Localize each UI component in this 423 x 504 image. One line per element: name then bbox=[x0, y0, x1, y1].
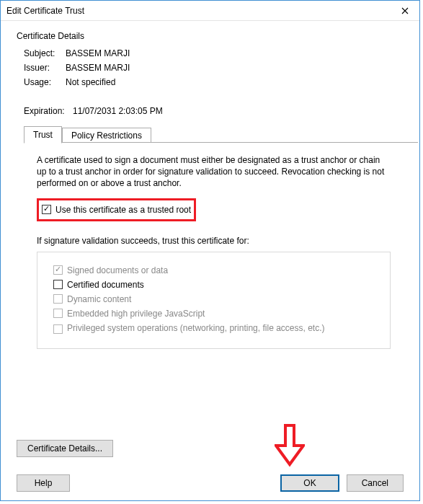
content-area: Certificate Details Subject: BASSEM MARJ… bbox=[1, 21, 419, 407]
certified-docs-row[interactable]: Certified documents bbox=[53, 280, 374, 290]
if-success-label: If signature validation succeeds, trust … bbox=[37, 236, 391, 246]
bottom-area: Certificate Details... Help OK Cancel bbox=[17, 440, 404, 492]
embedded-js-row: Embedded high privilege JavaScript bbox=[53, 309, 374, 319]
trusted-root-row[interactable]: Use this certificate as a trusted root bbox=[42, 205, 191, 215]
priv-ops-label: Privileged system operations (networking… bbox=[67, 323, 325, 335]
expiration-value: 11/07/2031 2:03:05 PM bbox=[73, 106, 163, 116]
dynamic-content-row: Dynamic content bbox=[53, 294, 374, 304]
embedded-js-checkbox bbox=[53, 309, 63, 318]
window-title: Edit Certificate Trust bbox=[6, 6, 84, 16]
expiration-row: Expiration: 11/07/2031 2:03:05 PM bbox=[24, 106, 404, 116]
subject-value: BASSEM MARJI bbox=[66, 48, 130, 58]
issuer-value: BASSEM MARJI bbox=[66, 63, 130, 73]
certificate-details-button[interactable]: Certificate Details... bbox=[17, 440, 113, 457]
usage-value: Not specified bbox=[66, 77, 115, 87]
highlight-annotation: Use this certificate as a trusted root bbox=[37, 198, 196, 221]
tab-trust[interactable]: Trust bbox=[24, 126, 62, 143]
signed-docs-label: Signed documents or data bbox=[67, 265, 168, 275]
close-icon bbox=[401, 7, 409, 14]
usage-row: Usage: Not specified bbox=[24, 77, 404, 87]
dynamic-content-label: Dynamic content bbox=[67, 294, 131, 304]
tab-policy-restrictions[interactable]: Policy Restrictions bbox=[62, 128, 151, 143]
priv-ops-checkbox bbox=[53, 324, 63, 334]
dynamic-content-checkbox bbox=[53, 294, 63, 304]
tab-strip: Trust Policy Restrictions bbox=[24, 126, 404, 143]
edit-certificate-trust-dialog: Edit Certificate Trust Certificate Detai… bbox=[0, 0, 420, 501]
titlebar: Edit Certificate Trust bbox=[1, 1, 419, 21]
expiration-label: Expiration: bbox=[24, 106, 73, 116]
subject-label: Subject: bbox=[24, 48, 66, 58]
section-title: Certificate Details bbox=[17, 31, 404, 41]
trust-options-group: Signed documents or data Certified docum… bbox=[37, 252, 391, 350]
priv-ops-row: Privileged system operations (networking… bbox=[53, 323, 374, 335]
signed-docs-row: Signed documents or data bbox=[53, 265, 374, 275]
trust-tab-panel: A certificate used to sign a document mu… bbox=[24, 143, 404, 399]
subject-row: Subject: BASSEM MARJI bbox=[24, 48, 404, 58]
issuer-label: Issuer: bbox=[24, 63, 66, 73]
trusted-root-checkbox[interactable] bbox=[42, 205, 51, 214]
trusted-root-label: Use this certificate as a trusted root bbox=[55, 205, 191, 215]
certified-docs-label: Certified documents bbox=[67, 280, 144, 290]
embedded-js-label: Embedded high privilege JavaScript bbox=[67, 309, 205, 319]
close-button[interactable] bbox=[391, 1, 419, 21]
trust-description: A certificate used to sign a document mu… bbox=[37, 154, 391, 190]
cancel-button[interactable]: Cancel bbox=[347, 474, 404, 492]
issuer-row: Issuer: BASSEM MARJI bbox=[24, 63, 404, 73]
ok-button[interactable]: OK bbox=[280, 474, 339, 492]
certified-docs-checkbox[interactable] bbox=[53, 280, 63, 289]
usage-label: Usage: bbox=[24, 77, 66, 87]
help-button[interactable]: Help bbox=[17, 474, 70, 492]
signed-docs-checkbox bbox=[53, 265, 63, 275]
